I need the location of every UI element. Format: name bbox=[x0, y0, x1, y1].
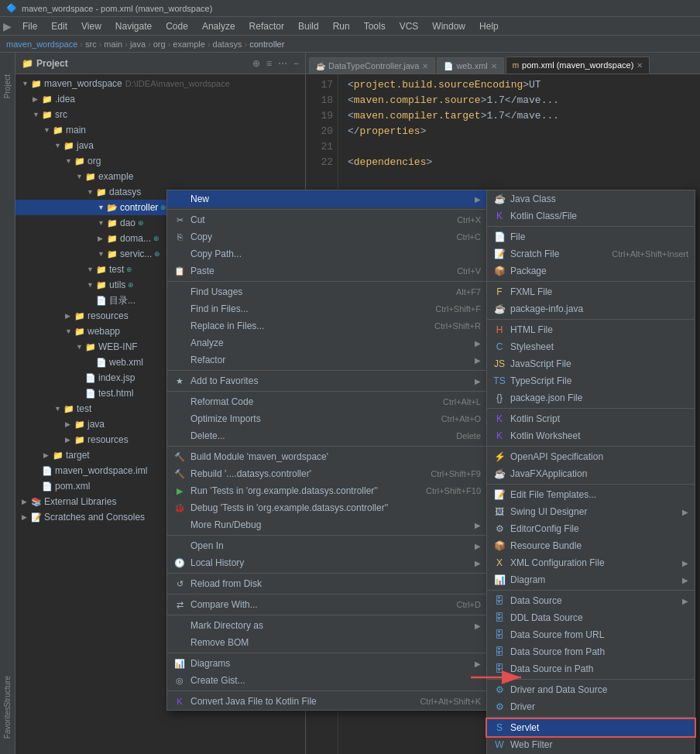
ctx-item-find-files[interactable]: Find in Files... Ctrl+Shift+F bbox=[167, 300, 487, 317]
tree-org[interactable]: ▼ 📁 org bbox=[15, 153, 305, 169]
menu-edit[interactable]: Edit bbox=[45, 19, 74, 33]
ctx-item-diagrams[interactable]: 📊 Diagrams ▶ bbox=[167, 655, 487, 672]
menu-code[interactable]: Code bbox=[160, 19, 194, 33]
ctx-item-refactor[interactable]: Refactor ▶ bbox=[167, 351, 487, 368]
submenu-servlet[interactable]: S Servlet bbox=[487, 719, 695, 736]
submenu-package[interactable]: 📦 Package bbox=[487, 262, 695, 279]
ctx-item-replace-files[interactable]: Replace in Files... Ctrl+Shift+R bbox=[167, 317, 487, 334]
tree-java[interactable]: ▼ 📁 java bbox=[15, 138, 305, 153]
tab-close-webxml[interactable]: ✕ bbox=[491, 62, 497, 70]
submenu-ddl-data-source[interactable]: 🗄 DDL Data Source bbox=[487, 609, 695, 626]
ctx-item-add-favorites[interactable]: ★ Add to Favorites ▶ bbox=[167, 372, 487, 389]
breadcrumb-item[interactable]: main bbox=[104, 39, 122, 49]
menu-build[interactable]: Build bbox=[292, 19, 325, 33]
tree-main[interactable]: ▼ 📁 main bbox=[15, 122, 305, 138]
ctx-item-convert-kotlin[interactable]: K Convert Java File to Kotlin File Ctrl+… bbox=[167, 693, 487, 710]
project-toolbar-icon1[interactable]: ⊕ bbox=[252, 58, 260, 69]
submenu-fxml[interactable]: F FXML File bbox=[487, 283, 695, 300]
menu-file[interactable]: File bbox=[16, 19, 43, 33]
submenu-web-filter[interactable]: W Web Filter bbox=[487, 736, 695, 753]
ctx-item-debug-tests[interactable]: 🐞 Debug 'Tests in 'org.example.datasys.c… bbox=[167, 499, 487, 516]
submenu-ts[interactable]: TS TypeScript File bbox=[487, 372, 695, 389]
submenu-diagram[interactable]: 📊 Diagram ▶ bbox=[487, 571, 695, 588]
project-toolbar-icon2[interactable]: ≡ bbox=[266, 58, 272, 69]
menu-help[interactable]: Help bbox=[473, 19, 505, 33]
submenu-driver[interactable]: ⚙ Driver bbox=[487, 698, 695, 715]
submenu-json[interactable]: {} package.json File bbox=[487, 389, 695, 406]
submenu-js[interactable]: JS JavaScript File bbox=[487, 355, 695, 372]
submenu-stylesheet[interactable]: C Stylesheet bbox=[487, 338, 695, 355]
menu-tools[interactable]: Tools bbox=[358, 19, 392, 33]
ctx-item-mark-dir[interactable]: Mark Directory as ▶ bbox=[167, 617, 487, 634]
ctx-item-create-gist[interactable]: ◎ Create Gist... bbox=[167, 672, 487, 689]
tab-pomxml[interactable]: m pom.xml (maven_wordspace) ✕ bbox=[506, 57, 650, 74]
submenu-openapi[interactable]: ⚡ OpenAPI Specification bbox=[487, 448, 695, 465]
submenu-ds-url[interactable]: 🗄 Data Source from URL bbox=[487, 626, 695, 643]
submenu-resource-bundle[interactable]: 📦 Resource Bundle bbox=[487, 537, 695, 554]
ctx-item-analyze[interactable]: Analyze ▶ bbox=[167, 334, 487, 351]
submenu-edit-templates[interactable]: 📝 Edit File Templates... bbox=[487, 486, 695, 503]
tab-datatypecontroller[interactable]: ☕ DataTypeController.java ✕ bbox=[309, 57, 435, 74]
menu-vcs[interactable]: VCS bbox=[393, 19, 425, 33]
breadcrumb-item[interactable]: maven_wordspace bbox=[6, 39, 77, 49]
project-toolbar-icon3[interactable]: ⋯ bbox=[278, 58, 287, 69]
breadcrumb-item[interactable]: example bbox=[173, 39, 205, 49]
tab-close-datatypecontroller[interactable]: ✕ bbox=[422, 62, 428, 70]
submenu-kotlin-ws[interactable]: K Kotlin Worksheet bbox=[487, 427, 695, 444]
breadcrumb-item[interactable]: src bbox=[85, 39, 97, 49]
tree-root[interactable]: ▼ 📁 maven_wordspace D:\IDEA\maven_wordsp… bbox=[15, 76, 305, 91]
project-toolbar-icon4[interactable]: − bbox=[293, 58, 299, 69]
breadcrumb-item[interactable]: controller bbox=[249, 39, 284, 49]
ctx-item-build-module[interactable]: 🔨 Build Module 'maven_wordspace' bbox=[167, 448, 487, 465]
submenu-kotlin-script[interactable]: K Kotlin Script bbox=[487, 410, 695, 427]
menu-refactor[interactable]: Refactor bbox=[243, 19, 290, 33]
submenu-javafx[interactable]: ☕ JavaFXApplication bbox=[487, 465, 695, 482]
ctx-item-rebuild[interactable]: 🔨 Rebuild '....datasys.controller' Ctrl+… bbox=[167, 465, 487, 482]
ctx-item-cut[interactable]: ✂ Cut Ctrl+X bbox=[167, 211, 487, 228]
ctx-item-compare[interactable]: ⇄ Compare With... Ctrl+D bbox=[167, 596, 487, 613]
ctx-item-new[interactable]: New ▶ bbox=[167, 190, 487, 207]
tree-idea[interactable]: ▶ 📁 .idea bbox=[15, 91, 305, 107]
menu-run[interactable]: Run bbox=[327, 19, 356, 33]
tree-src[interactable]: ▼ 📁 src bbox=[15, 107, 305, 122]
submenu-driver-ds[interactable]: ⚙ Driver and Data Source bbox=[487, 681, 695, 698]
ctx-item-optimize-imports[interactable]: Optimize Imports Ctrl+Alt+O bbox=[167, 410, 487, 427]
ctx-item-reformat[interactable]: Reformat Code Ctrl+Alt+L bbox=[167, 393, 487, 410]
menu-view[interactable]: View bbox=[75, 19, 108, 33]
ctx-item-paste[interactable]: 📋 Paste Ctrl+V bbox=[167, 262, 487, 279]
breadcrumb-item[interactable]: org bbox=[153, 39, 166, 49]
submenu-xml-config[interactable]: X XML Configuration File ▶ bbox=[487, 554, 695, 571]
breadcrumb-item[interactable]: java bbox=[130, 39, 146, 49]
favorites-label[interactable]: Favorites bbox=[3, 707, 12, 739]
submenu-ds-path[interactable]: 🗄 Data Source from Path bbox=[487, 643, 695, 660]
structure-label[interactable]: Structure bbox=[3, 676, 12, 708]
submenu-java-class[interactable]: ☕ Java Class bbox=[487, 190, 695, 207]
submenu-scratch-file[interactable]: 📝 Scratch File Ctrl+Alt+Shift+Insert bbox=[487, 245, 695, 262]
menu-navigate[interactable]: Navigate bbox=[109, 19, 158, 33]
ctx-item-run-tests[interactable]: ▶ Run 'Tests in 'org.example.datasys.con… bbox=[167, 482, 487, 499]
ctx-item-reload[interactable]: ↺ Reload from Disk bbox=[167, 575, 487, 592]
submenu-ds-inpath[interactable]: 🗄 Data Source in Path bbox=[487, 660, 695, 677]
ctx-item-more-run[interactable]: More Run/Debug ▶ bbox=[167, 516, 487, 533]
tree-example[interactable]: ▼ 📁 example bbox=[15, 169, 305, 184]
ctx-item-open-in[interactable]: Open In ▶ bbox=[167, 537, 487, 554]
project-sidebar-label[interactable]: Project bbox=[3, 74, 12, 98]
submenu-kotlin-class[interactable]: K Kotlin Class/File bbox=[487, 207, 695, 224]
submenu-file[interactable]: 📄 File bbox=[487, 228, 695, 245]
ctx-item-local-history[interactable]: 🕐 Local History ▶ bbox=[167, 554, 487, 571]
submenu-editorconfig[interactable]: ⚙ EditorConfig File bbox=[487, 520, 695, 537]
submenu-data-source[interactable]: 🗄 Data Source ▶ bbox=[487, 592, 695, 609]
breadcrumb-item[interactable]: datasys bbox=[213, 39, 242, 49]
menu-analyze[interactable]: Analyze bbox=[196, 19, 242, 33]
ctx-item-copy-path[interactable]: Copy Path... bbox=[167, 245, 487, 262]
submenu-package-info[interactable]: ☕ package-info.java bbox=[487, 300, 695, 317]
ctx-item-copy[interactable]: ⎘ Copy Ctrl+C bbox=[167, 228, 487, 245]
ctx-item-delete[interactable]: Delete... Delete bbox=[167, 427, 487, 444]
tab-close-pomxml[interactable]: ✕ bbox=[637, 61, 643, 70]
submenu-html[interactable]: H HTML File bbox=[487, 321, 695, 338]
ctx-item-find-usages[interactable]: Find Usages Alt+F7 bbox=[167, 283, 487, 300]
tab-webxml[interactable]: 📄 web.xml ✕ bbox=[437, 57, 503, 74]
menu-window[interactable]: Window bbox=[426, 19, 472, 33]
submenu-swing-designer[interactable]: 🖼 Swing UI Designer ▶ bbox=[487, 503, 695, 520]
ctx-item-remove-bom[interactable]: Remove BOM bbox=[167, 634, 487, 651]
